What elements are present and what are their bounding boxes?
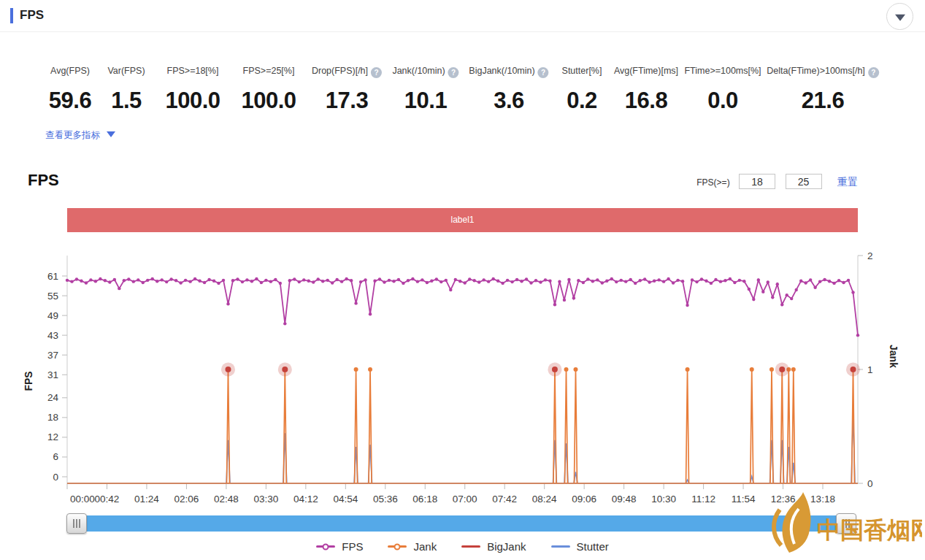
chart-scrollbar-right-handle[interactable] [836, 513, 856, 534]
jank-series-marker-icon [388, 545, 407, 548]
svg-text:37: 37 [47, 350, 58, 361]
collapse-panel-button[interactable] [886, 3, 913, 30]
metric-item: Stutter[%]0.2 [562, 64, 602, 114]
svg-text:18: 18 [47, 412, 58, 423]
legend-label: BigJank [487, 540, 526, 553]
legend-label: FPS [342, 540, 363, 553]
svg-text:0: 0 [53, 472, 58, 483]
metric-label: Var(FPS) [107, 64, 145, 77]
svg-text:02:48: 02:48 [214, 494, 239, 505]
stutter-series-marker-icon [551, 545, 570, 548]
header-accent-bar [10, 8, 13, 23]
svg-text:06:18: 06:18 [412, 494, 437, 505]
svg-text:13:18: 13:18 [810, 494, 835, 505]
metric-label: Delta(FTime)>100ms[/h]? [767, 64, 879, 77]
chart-legend: FPS Jank BigJank Stutter [0, 540, 925, 553]
svg-text:0: 0 [867, 478, 873, 489]
metric-item: FPS>=18[%]100.0 [165, 64, 220, 114]
svg-text:24: 24 [47, 392, 59, 403]
metric-item: FPS>=25[%]100.0 [241, 64, 296, 114]
legend-item-stutter[interactable]: Stutter [551, 540, 609, 553]
metric-item: Drop(FPS)[/h]?17.3 [312, 64, 382, 114]
chart-scrollbar-track[interactable] [67, 515, 856, 532]
svg-text:49: 49 [47, 310, 58, 321]
svg-text:07:00: 07:00 [453, 494, 477, 505]
fps-report-page: FPS Avg(FPS)59.6Var(FPS)1.5FPS>=18[%]100… [0, 0, 925, 560]
chart-section-title: FPS [28, 171, 59, 190]
metric-item: Avg(FPS)59.6 [49, 64, 91, 114]
metric-value: 21.6 [767, 88, 879, 114]
view-more-metrics-label: 查看更多指标 [45, 130, 100, 140]
svg-text:01:24: 01:24 [134, 494, 159, 505]
svg-text:Jank: Jank [888, 345, 899, 368]
metric-label: Avg(FPS) [49, 64, 91, 77]
legend-item-fps[interactable]: FPS [316, 540, 363, 553]
help-icon[interactable]: ? [371, 67, 382, 78]
svg-text:03:30: 03:30 [253, 494, 278, 505]
fps-threshold-filter: FPS(>=) 重置 [696, 174, 858, 190]
fps-threshold-label: FPS(>=) [696, 177, 729, 188]
metric-item: Delta(FTime)>100ms[/h]?21.6 [767, 64, 879, 114]
metric-value: 0.2 [562, 88, 602, 114]
chevron-down-icon [107, 131, 115, 137]
fps-threshold-input-2[interactable] [786, 174, 822, 189]
svg-text:12:36: 12:36 [771, 494, 796, 505]
fps-chart[interactable]: 06121824313743495561012FPSJank00:0000:42… [0, 241, 925, 507]
legend-item-jank[interactable]: Jank [388, 540, 437, 553]
metric-value: 16.8 [614, 88, 678, 114]
fps-chart-svg: 06121824313743495561012FPSJank00:0000:42… [0, 241, 925, 507]
grip-icon [845, 519, 847, 528]
svg-text:2: 2 [867, 250, 873, 261]
annotation-band: label1 [67, 208, 858, 232]
metric-item: BigJank(/10min)?3.6 [469, 64, 548, 114]
svg-text:12: 12 [47, 431, 58, 442]
legend-label: Stutter [577, 540, 609, 553]
metric-value: 100.0 [241, 88, 296, 114]
svg-text:10:30: 10:30 [651, 494, 676, 505]
svg-text:02:06: 02:06 [174, 494, 199, 505]
metric-label: FPS>=18[%] [165, 64, 220, 77]
svg-text:FPS: FPS [23, 371, 34, 391]
help-icon[interactable]: ? [448, 67, 459, 78]
chart-scrollbar-left-handle[interactable] [66, 513, 87, 534]
grip-icon [76, 519, 77, 528]
legend-label: Jank [413, 540, 437, 553]
fps-threshold-input-1[interactable] [739, 174, 775, 189]
metric-value: 59.6 [49, 88, 91, 114]
metric-value: 100.0 [165, 88, 220, 114]
metric-label: FTime>=100ms[%] [684, 64, 761, 77]
svg-text:61: 61 [47, 271, 58, 282]
svg-text:05:36: 05:36 [373, 494, 398, 505]
svg-text:04:54: 04:54 [333, 494, 358, 505]
svg-text:6: 6 [53, 451, 58, 462]
metric-label: Stutter[%] [562, 64, 602, 77]
metric-label: FPS>=25[%] [241, 64, 296, 77]
svg-text:55: 55 [47, 291, 58, 302]
svg-text:31: 31 [47, 369, 58, 380]
metric-label: BigJank(/10min)? [469, 64, 548, 77]
page-title: FPS [20, 8, 44, 23]
help-icon[interactable]: ? [868, 67, 879, 78]
header: FPS [0, 0, 925, 32]
metric-item: Jank(/10min)?10.1 [392, 64, 458, 114]
metric-label: Drop(FPS)[/h]? [312, 64, 382, 77]
svg-text:11:12: 11:12 [691, 494, 715, 505]
view-more-metrics-link[interactable]: 查看更多指标 [45, 129, 115, 142]
metric-value: 17.3 [312, 88, 382, 114]
fps-series-marker-icon [316, 545, 335, 548]
svg-text:09:06: 09:06 [572, 494, 596, 505]
svg-text:43: 43 [47, 330, 58, 341]
svg-text:00:00: 00:00 [70, 494, 95, 505]
metric-label: Jank(/10min)? [392, 64, 458, 77]
metric-value: 10.1 [392, 88, 458, 114]
svg-text:00:42: 00:42 [95, 494, 120, 505]
legend-item-bigjank[interactable]: BigJank [461, 540, 526, 553]
metrics-row: Avg(FPS)59.6Var(FPS)1.5FPS>=18[%]100.0FP… [0, 64, 925, 130]
reset-link[interactable]: 重置 [837, 176, 858, 188]
help-icon[interactable]: ? [538, 67, 549, 78]
metric-value: 1.5 [107, 88, 145, 114]
svg-text:04:12: 04:12 [293, 494, 318, 505]
bigjank-series-marker-icon [461, 545, 480, 548]
svg-text:11:54: 11:54 [732, 494, 756, 505]
svg-text:09:48: 09:48 [612, 494, 637, 505]
